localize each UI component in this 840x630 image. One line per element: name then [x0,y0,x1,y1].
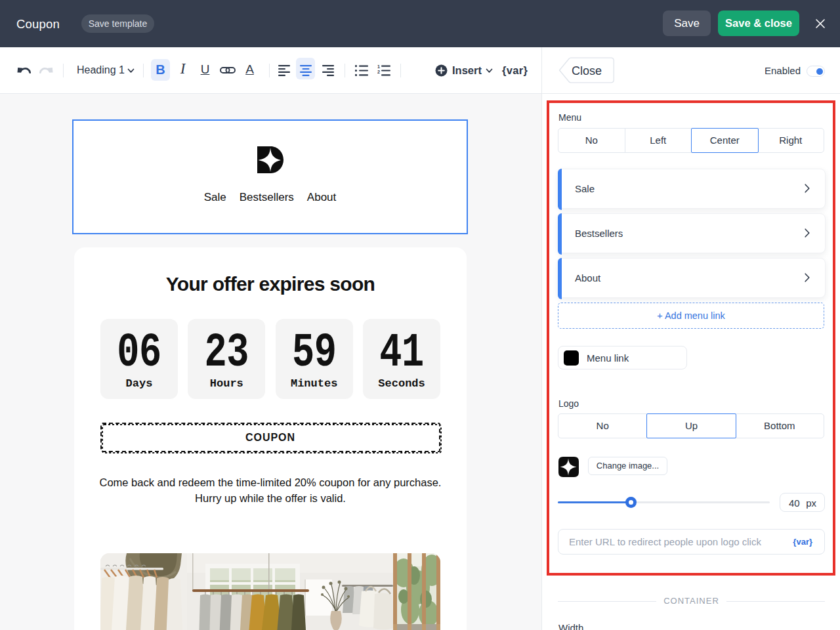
svg-text:1: 1 [377,65,380,69]
svg-text:Close: Close [572,64,602,77]
svg-text:2: 2 [377,70,380,74]
